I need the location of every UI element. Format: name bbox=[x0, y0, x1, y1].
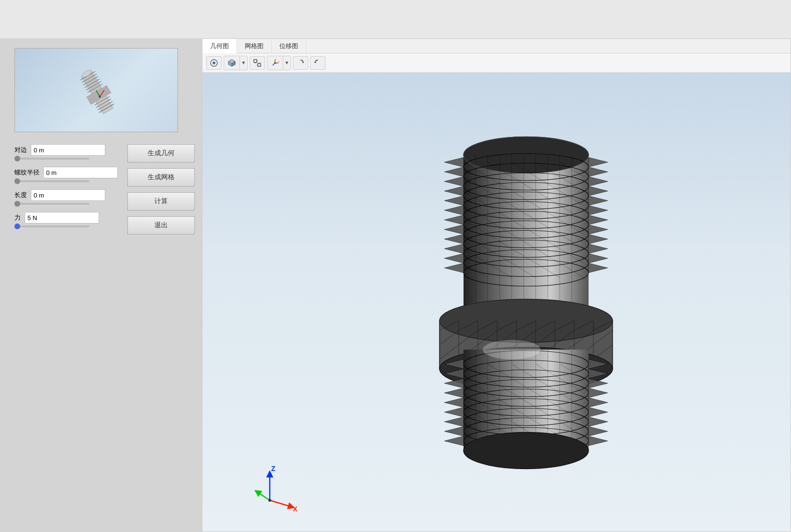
length-label: 长度 bbox=[14, 191, 27, 199]
svg-marker-69 bbox=[589, 215, 608, 224]
tab-bar: 几何图 网格图 位移图 bbox=[202, 39, 791, 53]
rotate-cw-icon bbox=[296, 59, 305, 67]
svg-text:Z: Z bbox=[271, 465, 276, 472]
svg-marker-184 bbox=[589, 397, 608, 407]
svg-marker-52 bbox=[444, 167, 464, 176]
tab-mesh[interactable]: 网格图 bbox=[237, 39, 272, 53]
axis-button[interactable]: x y bbox=[267, 56, 283, 70]
force-slider[interactable] bbox=[14, 225, 89, 227]
camera-icon bbox=[210, 59, 218, 67]
svg-text:X: X bbox=[293, 505, 298, 512]
opposite-side-row: 对边 bbox=[14, 144, 118, 160]
svg-marker-72 bbox=[589, 244, 608, 253]
main-content: 对边 螺纹半径 bbox=[0, 38, 791, 532]
svg-marker-187 bbox=[589, 426, 608, 436]
buttons-col: 生成几何 生成网格 计算 退出 bbox=[127, 144, 195, 235]
svg-marker-61 bbox=[444, 253, 464, 263]
axis-icon: x y bbox=[271, 59, 279, 67]
svg-line-227 bbox=[270, 500, 294, 507]
tab-displacement[interactable]: 位移图 bbox=[272, 39, 306, 53]
tab-geometry[interactable]: 几何图 bbox=[202, 39, 237, 53]
svg-marker-174 bbox=[444, 388, 464, 397]
right-panel: 几何图 网格图 位移图 bbox=[202, 38, 791, 532]
length-thumb bbox=[14, 201, 20, 207]
svg-marker-179 bbox=[444, 436, 464, 445]
svg-text:y: y bbox=[275, 59, 276, 60]
length-slider[interactable] bbox=[14, 203, 89, 205]
exit-button[interactable]: 退出 bbox=[127, 216, 195, 235]
thread-radius-row: 螺纹半径 bbox=[14, 167, 118, 182]
svg-marker-58 bbox=[444, 224, 464, 234]
compute-button[interactable]: 计算 bbox=[127, 192, 195, 210]
svg-marker-66 bbox=[589, 186, 608, 196]
thread-radius-input[interactable] bbox=[43, 167, 118, 178]
svg-marker-188 bbox=[589, 436, 608, 445]
force-row: 力 bbox=[14, 212, 118, 227]
svg-marker-176 bbox=[444, 407, 464, 417]
generate-geo-button[interactable]: 生成几何 bbox=[127, 144, 195, 162]
svg-marker-70 bbox=[589, 224, 608, 234]
svg-marker-71 bbox=[589, 234, 608, 244]
fit-icon bbox=[253, 59, 262, 67]
svg-point-32 bbox=[275, 62, 276, 63]
preview-box bbox=[14, 48, 178, 132]
viewport[interactable]: Z X bbox=[202, 73, 791, 532]
svg-marker-64 bbox=[589, 167, 608, 176]
svg-point-38 bbox=[464, 136, 589, 173]
bolt-3d-mesh bbox=[406, 114, 646, 490]
opposite-side-slider[interactable] bbox=[14, 158, 89, 160]
opposite-side-input[interactable] bbox=[31, 144, 105, 156]
svg-marker-55 bbox=[444, 196, 464, 205]
svg-marker-178 bbox=[444, 426, 464, 436]
form-area: 对边 螺纹半径 bbox=[14, 144, 188, 235]
thread-radius-label: 螺纹半径 bbox=[14, 168, 39, 177]
svg-text:x: x bbox=[278, 60, 279, 63]
cube-view-button[interactable] bbox=[224, 56, 239, 70]
svg-marker-68 bbox=[589, 205, 608, 215]
length-input[interactable] bbox=[31, 189, 105, 201]
force-thumb bbox=[14, 223, 20, 229]
coord-axes: Z X bbox=[251, 464, 289, 503]
axis-dropdown[interactable]: ▼ bbox=[283, 56, 290, 70]
svg-rect-23 bbox=[254, 60, 257, 62]
force-label: 力 bbox=[14, 213, 21, 222]
svg-marker-186 bbox=[589, 417, 608, 426]
left-panel: 对边 螺纹半径 bbox=[0, 38, 202, 532]
rotate-ccw-icon bbox=[314, 59, 322, 67]
cube-icon bbox=[227, 59, 236, 67]
svg-point-224 bbox=[483, 340, 540, 359]
camera-button[interactable] bbox=[206, 56, 222, 70]
svg-marker-67 bbox=[589, 196, 608, 205]
axis-group: x y ▼ bbox=[267, 56, 291, 70]
cube-view-group: ▼ bbox=[224, 56, 248, 70]
generate-mesh-button[interactable]: 生成网格 bbox=[127, 168, 195, 186]
cube-view-dropdown[interactable]: ▼ bbox=[239, 56, 247, 70]
rotate-cw-button[interactable] bbox=[293, 56, 308, 70]
svg-marker-62 bbox=[444, 263, 464, 272]
svg-marker-73 bbox=[589, 253, 608, 263]
svg-point-19 bbox=[213, 62, 215, 63]
svg-marker-51 bbox=[444, 157, 464, 167]
svg-marker-54 bbox=[444, 186, 464, 196]
svg-marker-53 bbox=[444, 176, 464, 186]
svg-marker-63 bbox=[589, 157, 608, 167]
svg-marker-185 bbox=[589, 407, 608, 417]
svg-marker-74 bbox=[589, 263, 608, 272]
svg-marker-183 bbox=[589, 388, 608, 397]
bolt-preview-svg bbox=[65, 56, 127, 125]
form-fields: 对边 螺纹半径 bbox=[14, 144, 118, 235]
rotate-ccw-button[interactable] bbox=[310, 56, 326, 70]
opposite-side-label: 对边 bbox=[14, 146, 27, 154]
opposite-side-thumb bbox=[14, 156, 20, 161]
svg-marker-175 bbox=[444, 397, 464, 407]
svg-line-229 bbox=[255, 491, 270, 500]
fit-view-button[interactable] bbox=[250, 56, 265, 70]
svg-rect-24 bbox=[258, 63, 261, 66]
svg-marker-65 bbox=[589, 176, 608, 186]
svg-point-223 bbox=[464, 432, 589, 469]
svg-marker-59 bbox=[444, 234, 464, 244]
top-bar bbox=[0, 0, 791, 38]
svg-marker-56 bbox=[444, 205, 464, 215]
thread-radius-slider[interactable] bbox=[14, 180, 89, 182]
force-input[interactable] bbox=[25, 212, 99, 223]
